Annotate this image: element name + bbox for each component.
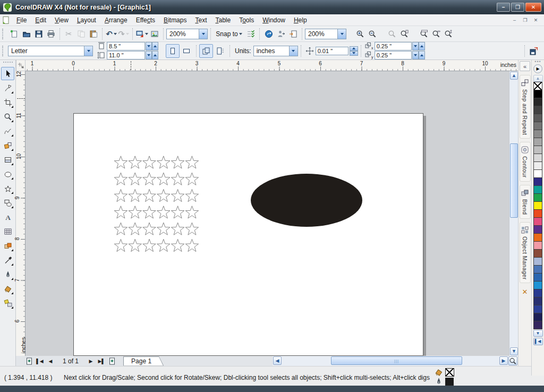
collapse-dockers-button[interactable]: « bbox=[520, 61, 530, 71]
page-tab[interactable]: Page 1 bbox=[123, 356, 164, 366]
color-swatch[interactable] bbox=[533, 209, 542, 218]
combo-arrow-icon[interactable] bbox=[84, 46, 92, 56]
dupx-up-button[interactable] bbox=[419, 42, 425, 50]
import-button[interactable] bbox=[135, 28, 148, 40]
snap-to-dropdown-icon[interactable] bbox=[239, 33, 242, 35]
pick-tool[interactable] bbox=[1, 67, 14, 80]
current-page-button[interactable] bbox=[213, 44, 227, 58]
zoom-to-page-height-button[interactable] bbox=[442, 28, 454, 40]
color-swatch[interactable] bbox=[533, 257, 542, 266]
dupy-up-button[interactable] bbox=[419, 51, 425, 59]
menu-bitmaps[interactable]: Bitmaps bbox=[159, 15, 191, 25]
text-tool[interactable]: A bbox=[1, 210, 14, 224]
color-swatch[interactable] bbox=[533, 313, 542, 321]
color-swatch[interactable] bbox=[533, 161, 542, 170]
color-swatch[interactable] bbox=[533, 130, 542, 138]
polygon-tool[interactable] bbox=[1, 182, 14, 195]
color-swatch[interactable] bbox=[533, 138, 542, 146]
menu-help[interactable]: Help bbox=[290, 15, 311, 25]
combo-arrow-icon[interactable] bbox=[289, 46, 298, 56]
toolbar-grip[interactable] bbox=[2, 29, 6, 39]
fill-color-swatch[interactable] bbox=[445, 368, 454, 377]
horizontal-ruler[interactable]: 1012345678910inches bbox=[26, 60, 518, 71]
zoom-to-page-button[interactable] bbox=[418, 28, 430, 40]
docker-tab-object-manager[interactable]: Object Manager bbox=[520, 222, 531, 284]
dupy-down-button[interactable] bbox=[412, 51, 419, 59]
menu-arrange[interactable]: Arrange bbox=[100, 15, 132, 25]
interactive-blend-tool[interactable] bbox=[1, 239, 14, 252]
doc-minimize-button[interactable]: – bbox=[510, 16, 519, 24]
menu-tools[interactable]: Tools bbox=[235, 15, 258, 25]
docker-tab-step-and-repeat[interactable]: Step and Repeat bbox=[520, 75, 531, 139]
color-swatch[interactable] bbox=[533, 273, 542, 282]
color-swatch[interactable] bbox=[533, 177, 542, 186]
all-pages-button[interactable] bbox=[199, 44, 213, 58]
palette-drag-handle[interactable]: ••• bbox=[534, 61, 541, 63]
duplicate-x-field[interactable]: 0.25 " bbox=[375, 42, 412, 50]
star-grid[interactable] bbox=[114, 156, 198, 252]
portrait-button[interactable] bbox=[166, 44, 180, 58]
navigator-button[interactable] bbox=[508, 356, 517, 365]
undo-button[interactable]: ↶ bbox=[105, 28, 117, 40]
color-swatch[interactable] bbox=[533, 98, 542, 106]
menu-view[interactable]: View bbox=[50, 15, 73, 25]
docker-tab-blend[interactable]: Blend bbox=[520, 185, 531, 218]
color-swatch-none[interactable] bbox=[533, 82, 542, 90]
height-up-button[interactable] bbox=[152, 51, 158, 59]
canvas-objects[interactable] bbox=[26, 71, 509, 356]
save-button[interactable] bbox=[32, 28, 45, 40]
nudge-offset-field[interactable]: 0.01 " bbox=[316, 47, 348, 55]
freehand-tool[interactable] bbox=[1, 124, 14, 138]
paper-height-field[interactable]: 11.0 " bbox=[107, 51, 145, 59]
table-tool[interactable] bbox=[1, 225, 14, 238]
open-button[interactable] bbox=[20, 28, 32, 40]
color-swatch[interactable] bbox=[533, 169, 542, 178]
application-launcher-button[interactable] bbox=[262, 28, 275, 40]
snap-to-button[interactable]: Snap to bbox=[214, 28, 244, 40]
paper-type-combo[interactable]: Letter bbox=[8, 46, 93, 56]
undo-dropdown-icon[interactable] bbox=[114, 33, 117, 35]
doc-close-button[interactable]: ✕ bbox=[531, 16, 540, 24]
send-to-button[interactable] bbox=[287, 28, 299, 40]
docker-tab-contour[interactable]: Contour bbox=[520, 142, 531, 182]
color-swatch[interactable] bbox=[533, 289, 542, 297]
nudge-down-button[interactable] bbox=[350, 51, 358, 56]
scroll-down-button[interactable]: ▼ bbox=[510, 347, 518, 355]
vertical-scroll-thumb[interactable] bbox=[510, 143, 518, 218]
color-swatch[interactable] bbox=[533, 114, 542, 122]
color-swatch[interactable] bbox=[533, 90, 542, 98]
eyedropper-tool[interactable] bbox=[1, 253, 14, 267]
restore-button[interactable]: ❐ bbox=[511, 3, 524, 12]
color-swatch[interactable] bbox=[533, 122, 542, 130]
docker-close-button[interactable]: ✕ bbox=[522, 288, 528, 296]
new-document-button[interactable] bbox=[8, 28, 20, 40]
menu-text[interactable]: Text bbox=[191, 15, 211, 25]
basic-shapes-tool[interactable] bbox=[1, 196, 14, 209]
fill-tool[interactable] bbox=[1, 282, 14, 295]
color-swatch[interactable] bbox=[533, 146, 542, 154]
export-button[interactable] bbox=[148, 28, 160, 40]
landscape-button[interactable] bbox=[180, 44, 193, 58]
menu-file[interactable]: File bbox=[12, 15, 31, 25]
toolbar-grip[interactable] bbox=[2, 46, 6, 56]
color-swatch[interactable] bbox=[533, 154, 542, 162]
color-swatch[interactable] bbox=[533, 225, 542, 234]
outline-color-swatch[interactable] bbox=[445, 378, 454, 386]
duplicate-y-field[interactable]: 0.25 " bbox=[375, 51, 412, 59]
paste-button[interactable] bbox=[87, 28, 99, 40]
previous-page-button[interactable]: ◀ bbox=[46, 356, 55, 365]
ellipse-tool[interactable] bbox=[1, 167, 14, 181]
first-page-button[interactable]: ▌◀ bbox=[35, 356, 45, 365]
menu-edit[interactable]: Edit bbox=[31, 15, 50, 25]
scroll-right-button[interactable]: ▶ bbox=[499, 356, 508, 365]
width-down-button[interactable] bbox=[146, 42, 152, 50]
dupx-down-button[interactable] bbox=[412, 42, 419, 50]
black-ellipse[interactable] bbox=[251, 174, 362, 227]
vertical-scrollbar[interactable]: ▲ ▼ bbox=[509, 71, 518, 356]
units-combo[interactable]: inches bbox=[253, 46, 298, 56]
scroll-up-button[interactable]: ▲ bbox=[510, 72, 518, 80]
toolbox-grip[interactable] bbox=[3, 62, 13, 65]
color-swatch[interactable] bbox=[533, 193, 542, 202]
add-page-start-button[interactable] bbox=[24, 356, 34, 365]
color-swatch[interactable] bbox=[533, 106, 542, 114]
